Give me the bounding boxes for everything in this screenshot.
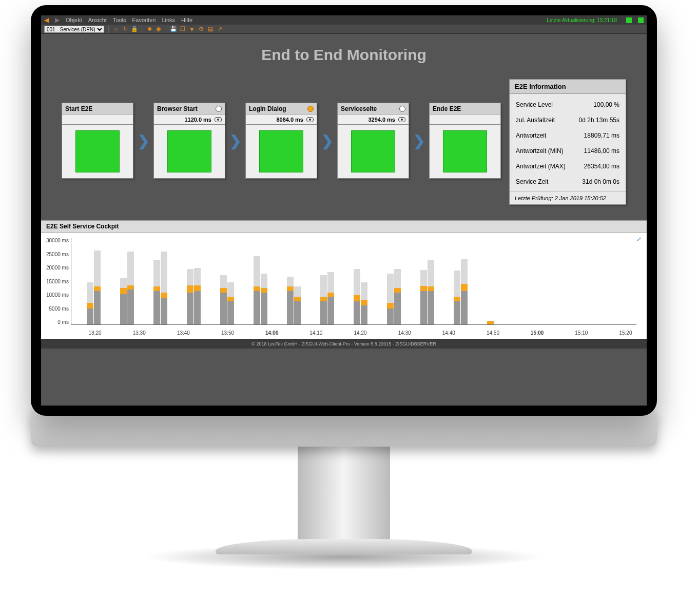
bar[interactable]: [87, 282, 93, 324]
menu-objekt[interactable]: Objekt: [66, 17, 82, 23]
bar[interactable]: [320, 275, 327, 324]
service-selector[interactable]: 001 - Services (DEN): [44, 26, 104, 33]
bar[interactable]: [254, 256, 260, 324]
bar[interactable]: [261, 274, 267, 324]
bar[interactable]: [227, 282, 234, 324]
bar[interactable]: [327, 272, 334, 324]
status-dot-icon: [307, 106, 314, 112]
eye-icon[interactable]: [215, 117, 222, 122]
bar-group[interactable]: [420, 260, 434, 324]
bar-group[interactable]: [387, 269, 401, 324]
copy-icon[interactable]: ❐: [180, 26, 186, 32]
refresh-icon[interactable]: ↻: [122, 26, 128, 32]
eye-icon[interactable]: [306, 117, 314, 122]
menu-ansicht[interactable]: Ansicht: [88, 17, 107, 23]
bar[interactable]: [194, 268, 201, 324]
bar[interactable]: [454, 271, 460, 324]
flow-card-0[interactable]: Start E2E: [62, 103, 133, 179]
chevron-right-icon: ❯: [138, 132, 149, 149]
filter-icon[interactable]: ▼: [189, 26, 195, 32]
x-tick: 15:00: [516, 330, 558, 336]
card-title: Start E2E: [65, 105, 92, 112]
bar[interactable]: [487, 321, 494, 324]
e2e-flow: Start E2E❯Browser Start1120.0 ms❯Login D…: [62, 103, 501, 179]
x-tick: 14:40: [428, 330, 470, 336]
x-tick: 14:00: [251, 330, 293, 336]
bar[interactable]: [461, 259, 468, 324]
bar-group[interactable]: [254, 256, 267, 324]
bar-group[interactable]: [220, 275, 234, 324]
bar[interactable]: [387, 274, 394, 324]
bar[interactable]: [287, 277, 294, 324]
chart-title: E2E Self Service Cockpit: [41, 220, 647, 233]
bar-group[interactable]: [454, 259, 468, 324]
bar[interactable]: [127, 252, 134, 324]
page-title: End to End Monitoring: [41, 46, 647, 64]
toolbar: 001 - Services (DEN) ⌂ ↻ 🔒 ✱ ◉ 💾 ❐ ▼ ⚙ ▤…: [41, 25, 647, 34]
save-icon[interactable]: 💾: [170, 26, 177, 32]
bar[interactable]: [420, 270, 427, 325]
menu-hilfe[interactable]: Hilfe: [181, 17, 192, 23]
info-row: Antwortzeit (MIN)11486,00 ms: [516, 143, 619, 159]
bar-group[interactable]: [354, 269, 367, 324]
home-icon[interactable]: ⌂: [113, 26, 119, 32]
list-icon[interactable]: ▤: [207, 26, 214, 32]
x-tick: 13:50: [206, 330, 248, 336]
card-title: Serviceseite: [341, 105, 377, 112]
chart-panel: E2E Self Service Cockpit ⤢ 30000 ms25000…: [41, 220, 647, 339]
nav-back-icon[interactable]: ◀: [44, 16, 49, 24]
footer: © 2018 LeuTek GmbH - ZISGUI-Web-Client-P…: [41, 339, 647, 349]
network-icon[interactable]: ✱: [146, 26, 152, 32]
x-tick: 14:10: [295, 330, 337, 336]
menu-favoriten[interactable]: Favoriten: [132, 17, 156, 23]
card-title: Ende E2E: [433, 105, 461, 112]
bar-group[interactable]: [120, 252, 134, 324]
e2e-info-panel: E2E Information Service Level100,00 %zul…: [509, 79, 626, 205]
bar[interactable]: [354, 269, 360, 324]
chart-y-axis: 30000 ms25000 ms20000 ms15000 ms10000 ms…: [46, 238, 71, 325]
bar-group[interactable]: [320, 272, 334, 324]
gear-icon[interactable]: ⚙: [198, 26, 204, 32]
menu-tools[interactable]: Tools: [113, 17, 126, 23]
bar-group[interactable]: [187, 268, 201, 324]
expand-chart-icon[interactable]: ⤢: [636, 236, 642, 243]
bar-group[interactable]: [487, 321, 494, 324]
screen: ◀ ▶ ObjektAnsichtToolsFavoritenLinksHilf…: [41, 15, 647, 406]
globe-icon[interactable]: ◉: [156, 26, 162, 32]
flow-card-2[interactable]: Login Dialog8084.0 ms: [245, 103, 317, 179]
bar[interactable]: [153, 260, 160, 324]
bar[interactable]: [187, 269, 193, 324]
bar[interactable]: [161, 252, 167, 324]
status-ok-block: [75, 130, 120, 172]
flow-card-1[interactable]: Browser Start1120.0 ms: [153, 103, 225, 179]
chart-plot[interactable]: [71, 238, 636, 325]
status-ok-block: [259, 130, 303, 172]
bar-group[interactable]: [153, 252, 167, 324]
lock-icon[interactable]: 🔒: [131, 26, 138, 32]
chart-icon[interactable]: ↗: [217, 26, 223, 32]
info-panel-title: E2E Information: [510, 80, 626, 94]
card-title: Login Dialog: [249, 105, 286, 112]
chevron-right-icon: ❯: [229, 132, 241, 149]
flow-card-4[interactable]: Ende E2E: [429, 103, 501, 179]
bar[interactable]: [361, 282, 367, 324]
x-tick: 14:20: [339, 330, 381, 336]
bar-group[interactable]: [287, 277, 301, 324]
info-row: Antwortzeit (MAX)26354,00 ms: [516, 159, 619, 174]
nav-forward-icon[interactable]: ▶: [55, 16, 60, 24]
x-tick: 13:20: [74, 330, 116, 336]
bar[interactable]: [294, 286, 301, 324]
x-tick: 13:40: [162, 330, 204, 336]
flow-card-3[interactable]: Serviceseite3294.0 ms: [337, 103, 409, 179]
info-row: Service Level100,00 %: [516, 97, 619, 112]
chart-x-axis: 13:2013:3013:4013:5014:0014:1014:2014:30…: [41, 328, 647, 339]
bar-group[interactable]: [87, 251, 101, 324]
bar[interactable]: [120, 278, 127, 324]
bar[interactable]: [220, 275, 227, 324]
eye-icon[interactable]: [398, 117, 405, 122]
bar[interactable]: [94, 251, 101, 324]
bar[interactable]: [394, 269, 401, 324]
bar[interactable]: [428, 260, 434, 324]
menu-links[interactable]: Links: [162, 17, 175, 23]
card-title: Browser Start: [157, 105, 198, 112]
